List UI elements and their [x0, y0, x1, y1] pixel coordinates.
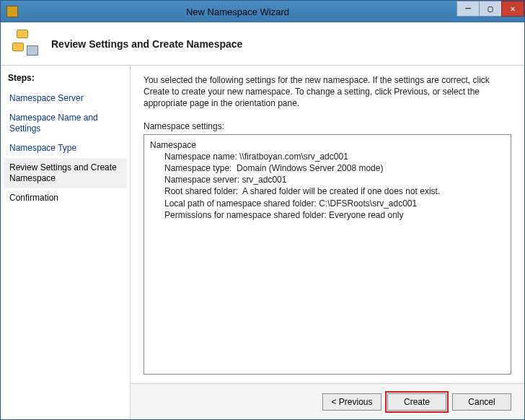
settings-label: Namespace settings: — [144, 121, 511, 131]
wizard-window: New Namespace Wizard ─ ▢ ✕ Review Settin… — [0, 0, 525, 420]
app-icon — [6, 6, 18, 17]
wizard-header: Review Settings and Create Namespace — [1, 22, 524, 66]
step-review-settings[interactable]: Review Settings and Create Namespace — [4, 158, 127, 188]
button-row: < Previous Create Cancel — [131, 383, 524, 419]
steps-heading: Steps: — [4, 71, 127, 89]
page-title: Review Settings and Create Namespace — [51, 38, 242, 50]
window-controls: ─ ▢ ✕ — [457, 1, 524, 22]
title-bar: New Namespace Wizard ─ ▢ ✕ — [1, 1, 524, 22]
close-button[interactable]: ✕ — [501, 1, 524, 17]
cancel-button[interactable]: Cancel — [452, 393, 511, 411]
previous-button[interactable]: < Previous — [322, 393, 381, 411]
namespace-settings-box[interactable]: Namespace Namespace name: \\firatboyan.c… — [144, 134, 511, 375]
namespace-icon — [12, 30, 41, 58]
step-namespace-name-settings[interactable]: Namespace Name and Settings — [4, 108, 127, 139]
minimize-button[interactable]: ─ — [456, 1, 480, 17]
intro-text: You selected the following settings for … — [144, 74, 511, 110]
step-namespace-server[interactable]: Namespace Server — [4, 89, 127, 108]
step-namespace-type[interactable]: Namespace Type — [4, 139, 127, 158]
steps-sidebar: Steps: Namespace Server Namespace Name a… — [1, 66, 131, 419]
step-confirmation[interactable]: Confirmation — [4, 188, 127, 208]
wizard-body: Steps: Namespace Server Namespace Name a… — [1, 66, 524, 419]
window-title: New Namespace Wizard — [18, 6, 457, 17]
create-button[interactable]: Create — [387, 393, 446, 411]
main-panel: You selected the following settings for … — [131, 66, 524, 419]
maximize-button[interactable]: ▢ — [479, 1, 502, 17]
